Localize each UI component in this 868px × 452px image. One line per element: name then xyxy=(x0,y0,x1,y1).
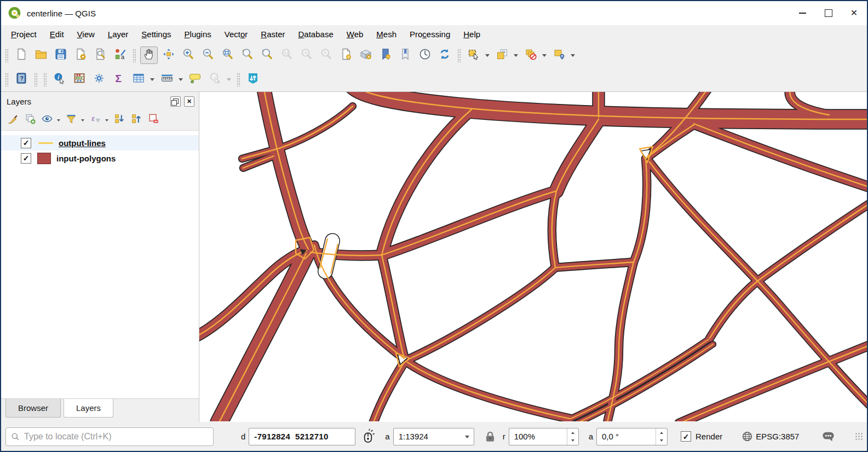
zoom-full-extent-button[interactable] xyxy=(219,47,237,64)
magnifier-lock-icon[interactable] xyxy=(483,430,497,444)
open-attribute-table-button[interactable] xyxy=(130,71,147,88)
deselect-icon xyxy=(524,48,537,63)
toolbar-drag-handle[interactable] xyxy=(237,72,240,86)
pan-to-selection-button[interactable] xyxy=(160,47,177,64)
open-layer-styling-button[interactable] xyxy=(5,112,21,128)
temporal-controller-button[interactable] xyxy=(416,47,434,64)
select-by-value-button[interactable] xyxy=(550,47,568,64)
toolbar-drag-handle[interactable] xyxy=(133,48,136,62)
toolbar-drag-handle[interactable] xyxy=(43,72,47,86)
layer-visibility-checkbox[interactable]: ✓ xyxy=(21,138,31,148)
measure-line-dropdown[interactable] xyxy=(177,71,185,88)
select-by-form-dropdown[interactable] xyxy=(512,47,520,63)
render-checkbox[interactable]: ✓ xyxy=(681,431,691,442)
menu-vector[interactable]: Vector xyxy=(218,27,255,42)
menu-processing[interactable]: Processing xyxy=(403,27,457,42)
style-manager-button[interactable]: a xyxy=(111,47,129,64)
open-project-button[interactable] xyxy=(32,47,50,64)
select-by-value-dropdown[interactable] xyxy=(569,47,577,63)
save-project-button[interactable] xyxy=(52,47,70,64)
deselect-features-dropdown[interactable] xyxy=(541,47,548,63)
select-features-button[interactable] xyxy=(465,47,482,64)
add-group-button[interactable] xyxy=(22,112,38,128)
crs-status[interactable]: EPSG:3857 xyxy=(756,432,799,441)
menu-raster[interactable]: Raster xyxy=(254,27,291,42)
minimize-button[interactable] xyxy=(790,1,815,25)
processing-toolbox-button[interactable] xyxy=(90,71,108,88)
extents-mouse-icon[interactable] xyxy=(360,428,376,445)
new-project-button[interactable] xyxy=(13,47,30,64)
filter-by-expression-dropdown[interactable] xyxy=(104,112,110,128)
statistical-summary-button[interactable]: Σ xyxy=(110,71,128,88)
scale-combobox[interactable]: 1:13924 xyxy=(393,428,474,445)
zoom-out-button[interactable] xyxy=(199,47,217,64)
zoom-to-layer-button[interactable] xyxy=(258,47,276,64)
filter-legend-dropdown[interactable] xyxy=(79,112,85,128)
refresh-map-button[interactable] xyxy=(436,47,453,64)
toolbar-main: a1:1 xyxy=(1,43,867,67)
manage-map-themes-dropdown[interactable] xyxy=(55,112,61,128)
coordinate-input[interactable]: -7912824 5212710 xyxy=(249,428,355,445)
panel-float-button[interactable] xyxy=(170,96,181,107)
collapse-all-button[interactable] xyxy=(128,112,144,128)
map-tips-button[interactable] xyxy=(187,71,204,88)
layer-item-input-polygons[interactable]: ✓input-polygons xyxy=(1,150,199,166)
toolbar-drag-handle[interactable] xyxy=(457,48,461,62)
menu-mesh[interactable]: Mesh xyxy=(370,27,403,42)
menu-help[interactable]: Help xyxy=(457,27,487,42)
toolbar-drag-handle[interactable] xyxy=(5,72,9,86)
panel-close-button[interactable]: ✕ xyxy=(184,96,194,107)
menu-edit[interactable]: Edit xyxy=(43,27,71,42)
layer-item-output-lines[interactable]: ✓output-lines xyxy=(1,135,199,150)
close-button[interactable]: ✕ xyxy=(841,1,867,25)
select-features-dropdown[interactable] xyxy=(484,47,491,63)
spin-down-icon[interactable] xyxy=(567,437,578,445)
expand-all-button[interactable] xyxy=(111,112,127,128)
spin-up-icon[interactable] xyxy=(567,428,578,437)
new-spatial-bookmark-button[interactable] xyxy=(377,47,394,64)
menu-web[interactable]: Web xyxy=(340,27,370,42)
locator-search-input[interactable]: Type to locate (Ctrl+K) xyxy=(5,427,214,446)
manage-map-themes-button[interactable] xyxy=(39,112,55,128)
toolbar-drag-handle[interactable] xyxy=(5,48,9,62)
toolbar-drag-handle[interactable] xyxy=(34,72,38,86)
deselect-features-button[interactable] xyxy=(522,47,539,64)
map-canvas[interactable] xyxy=(199,92,867,422)
spin-down-icon[interactable] xyxy=(656,437,667,445)
tab-browser[interactable]: Browser xyxy=(5,399,61,418)
data-source-manager-button[interactable] xyxy=(244,71,262,88)
spin-buttons[interactable] xyxy=(656,428,667,445)
layout-manager-button[interactable] xyxy=(91,47,109,64)
menu-settings[interactable]: Settings xyxy=(135,27,177,42)
pan-map-button[interactable] xyxy=(140,47,158,64)
filter-by-expression-button[interactable]: ε xyxy=(87,112,103,128)
menu-plugins[interactable]: Plugins xyxy=(178,27,218,42)
new-map-view-button[interactable] xyxy=(337,47,355,64)
help-button[interactable]: ? xyxy=(13,71,30,88)
new-print-layout-button[interactable] xyxy=(72,47,89,64)
spin-up-icon[interactable] xyxy=(656,428,667,437)
open-attribute-table-dropdown[interactable] xyxy=(148,71,156,88)
identify-features-button[interactable]: i xyxy=(51,71,68,88)
menu-view[interactable]: View xyxy=(71,27,101,42)
spin-buttons[interactable] xyxy=(567,428,578,445)
magnifier-spinbox[interactable]: 100% xyxy=(509,428,579,445)
filter-legend-button[interactable] xyxy=(63,112,79,128)
menu-project[interactable]: Project xyxy=(4,27,43,42)
messages-icon[interactable] xyxy=(821,429,836,444)
show-bookmarks-button[interactable] xyxy=(396,47,414,64)
resize-grip[interactable] xyxy=(855,432,864,441)
menu-database[interactable]: Database xyxy=(292,27,340,42)
field-calculator-button[interactable] xyxy=(71,71,88,88)
rotation-spinbox[interactable]: 0,0 ° xyxy=(596,428,668,445)
layer-visibility-checkbox[interactable]: ✓ xyxy=(21,153,31,164)
zoom-in-button[interactable] xyxy=(180,47,197,64)
measure-line-button[interactable] xyxy=(158,71,176,88)
maximize-button[interactable] xyxy=(815,1,841,25)
tab-layers[interactable]: Layers xyxy=(64,399,113,418)
select-by-form-button[interactable] xyxy=(493,47,511,64)
remove-layer-button[interactable] xyxy=(145,112,161,128)
new-3d-map-view-button[interactable] xyxy=(357,47,375,64)
zoom-to-selection-button[interactable] xyxy=(239,47,256,64)
menu-layer[interactable]: Layer xyxy=(101,27,135,42)
